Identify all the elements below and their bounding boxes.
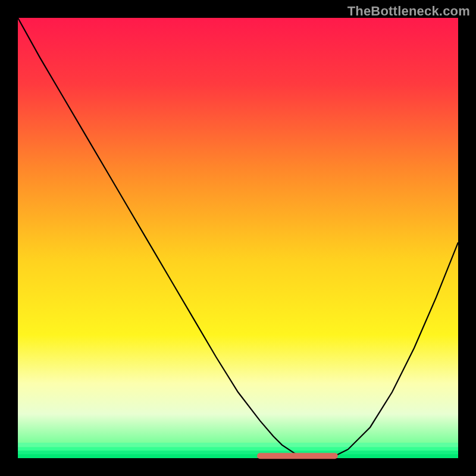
- svg-rect-4: [18, 454, 458, 458]
- svg-rect-3: [18, 450, 458, 454]
- watermark-text: TheBottleneck.com: [347, 4, 470, 19]
- chart-stage: TheBottleneck.com: [0, 0, 476, 476]
- svg-rect-2: [18, 447, 458, 451]
- plot-green-bands: [18, 443, 458, 458]
- svg-rect-1: [18, 443, 458, 447]
- bottleneck-chart: [0, 0, 476, 476]
